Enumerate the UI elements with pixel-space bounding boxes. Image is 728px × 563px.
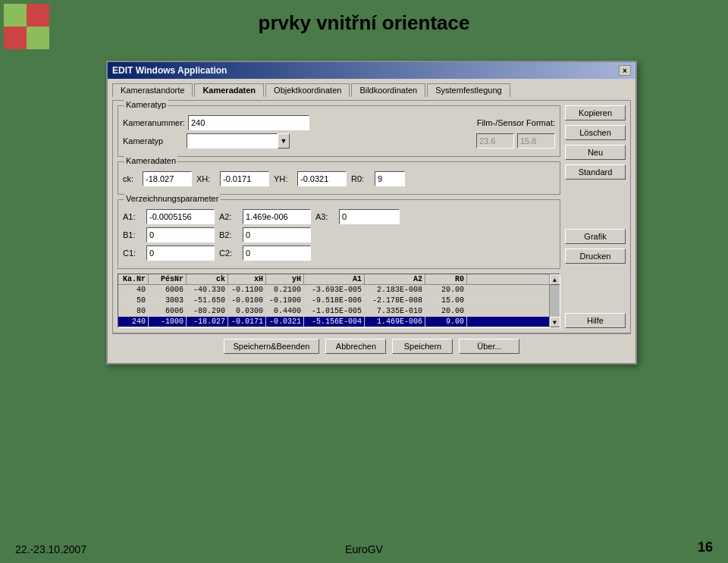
kameradaten-row: ck: XH: YH: R0: <box>123 171 555 186</box>
kameranummer-row: Kameranummer: Film-/Sensor Format: <box>123 115 555 130</box>
vparam-row-3: C1: C2: <box>123 246 555 261</box>
table-header: Ka.Nr PésNr ck xH yH A1 A2 R0 <box>118 274 560 285</box>
tab-bildkoordinaten[interactable]: Bildkoordinaten <box>351 83 425 97</box>
b1-input[interactable] <box>146 227 215 242</box>
cell-a2: 1.469E-006 <box>365 317 425 327</box>
table-row[interactable]: 50 3003 -51.650 -0.0100 -0.1900 -9.518E-… <box>118 296 560 306</box>
b2-input[interactable] <box>243 227 311 242</box>
table-row[interactable]: 80 6006 -80.290 0.0300 0.4400 -1.015E-00… <box>118 306 560 317</box>
vparam-row-1: A1: A2: A3: <box>123 209 555 224</box>
c2-input[interactable] <box>243 246 311 261</box>
cell-kanr: 80 <box>118 306 149 316</box>
kameratyp-dropdown-arrow[interactable]: ▼ <box>278 133 290 149</box>
kameratyp-row: Kameratyp ▼ <box>123 133 555 149</box>
cell-a2: 7.335E-010 <box>365 306 425 316</box>
cell-ck: -51.650 <box>187 296 228 305</box>
speichern-button[interactable]: Speichern <box>392 339 453 354</box>
cell-yh: -0.0321 <box>266 317 304 327</box>
kameratyp-input[interactable] <box>187 133 278 149</box>
c2-label: C2: <box>219 249 238 258</box>
tab-kamerastandorte[interactable]: Kamerastandorte <box>112 83 193 97</box>
r0-input[interactable] <box>375 171 405 186</box>
xh-label: XH: <box>196 174 215 183</box>
vparam-row-2: B1: B2: <box>123 227 555 242</box>
tab-kameradaten[interactable]: Kameradaten <box>194 83 264 97</box>
scrollbar-track[interactable] <box>550 285 560 317</box>
b1-label: B1: <box>123 230 142 239</box>
dialog-body: Kamerastandorte Kameradaten Objektkoordi… <box>108 79 635 363</box>
scrollbar-up-button[interactable]: ▲ <box>550 274 560 285</box>
footer-company: EuroGV <box>345 543 383 555</box>
cell-r0: 20.00 <box>425 285 467 295</box>
cell-xh: -0.0100 <box>228 296 266 305</box>
col-ck: ck <box>187 274 228 284</box>
neu-button[interactable]: Neu <box>565 145 626 160</box>
cell-pesnr: -1000 <box>149 317 187 327</box>
tab-objektkoordinaten[interactable]: Objektkoordinaten <box>265 83 350 97</box>
kameratyp-select-container: ▼ <box>187 133 290 149</box>
kameratyp-group: Kameratyp Kameranummer: Film-/Sensor For… <box>118 105 560 157</box>
scrollbar-placeholder <box>467 274 478 284</box>
cell-xh: 0.0300 <box>228 306 266 316</box>
cell-a1: -1.015E-005 <box>304 306 365 316</box>
a1-label: A1: <box>123 212 142 221</box>
footer-page-number: 16 <box>698 540 713 555</box>
dialog-title: EDIT Windows Application <box>112 65 227 76</box>
b2-label: B2: <box>219 230 238 239</box>
scrollbar-down-button[interactable]: ▼ <box>550 317 560 327</box>
kameranummer-label: Kameranummer: <box>123 118 185 127</box>
yh-label: YH: <box>274 174 293 183</box>
sensor-width-input <box>476 133 514 149</box>
standard-button[interactable]: Standard <box>565 164 626 180</box>
kameranummer-input[interactable] <box>188 115 309 130</box>
kameratyp-group-label: Kameratyp <box>124 100 168 109</box>
cell-yh: 0.4400 <box>266 306 304 316</box>
ueber-button[interactable]: Über... <box>459 339 519 354</box>
cell-yh: -0.1900 <box>266 296 304 305</box>
loeschen-button[interactable]: Löschen <box>565 125 626 140</box>
dialog-close-button[interactable]: × <box>619 65 631 76</box>
spacer <box>565 184 626 224</box>
speichern-beenden-button[interactable]: Speichern&Beenden <box>224 339 320 354</box>
hilfe-button[interactable]: Hilfe <box>565 313 626 328</box>
cell-kanr: 40 <box>118 285 149 295</box>
abbrechen-button[interactable]: Abbrechen <box>325 339 386 354</box>
c1-label: C1: <box>123 249 142 258</box>
table-row-selected[interactable]: 240 -1000 -18.027 -0.0171 -0.0321 -5.156… <box>118 317 560 327</box>
col-a1: A1 <box>304 274 365 284</box>
c1-input[interactable] <box>146 246 215 261</box>
data-table: Ka.Nr PésNr ck xH yH A1 A2 R0 40 <box>118 274 560 328</box>
ck-input[interactable] <box>143 171 192 186</box>
col-yh: yH <box>266 274 304 284</box>
sensor-height-input <box>517 133 555 149</box>
cell-pesnr: 3003 <box>149 296 187 305</box>
yh-input[interactable] <box>297 171 347 186</box>
cell-r0: 9.00 <box>425 317 467 327</box>
a2-input[interactable] <box>243 209 311 224</box>
table-row[interactable]: 40 6006 -40.330 -0.1100 0.2100 -3.693E-0… <box>118 285 560 296</box>
cell-ck: -18.027 <box>187 317 228 327</box>
table-scrollbar[interactable]: ▲ ▼ <box>549 274 560 327</box>
kopieren-button[interactable]: Kopieren <box>565 105 626 120</box>
tab-bar: Kamerastandorte Kameradaten Objektkoordi… <box>112 83 631 97</box>
a3-input[interactable] <box>339 209 400 224</box>
cell-a1: -3.693E-005 <box>304 285 365 295</box>
xh-input[interactable] <box>220 171 269 186</box>
right-panel: Kopieren Löschen Neu Standard Grafik Dru… <box>565 105 626 328</box>
spacer2 <box>565 268 626 308</box>
tab-systemfestlegung[interactable]: Systemfestlegung <box>427 83 510 97</box>
cell-a2: -2.178E-008 <box>365 296 425 305</box>
table-body[interactable]: 40 6006 -40.330 -0.1100 0.2100 -3.693E-0… <box>118 285 560 327</box>
cell-a2: 2.183E-008 <box>365 285 425 295</box>
drucken-button[interactable]: Drucken <box>565 249 626 264</box>
a1-input[interactable] <box>146 209 215 224</box>
col-xh: xH <box>228 274 266 284</box>
grafik-button[interactable]: Grafik <box>565 229 626 244</box>
top-decoration <box>0 0 76 45</box>
cell-a1: -9.518E-006 <box>304 296 365 305</box>
kameradaten-group: Kameradaten ck: XH: YH: R0: <box>118 161 560 195</box>
left-panel: Kameratyp Kameranummer: Film-/Sensor For… <box>118 105 560 328</box>
content-area: Kameratyp Kameranummer: Film-/Sensor For… <box>112 100 631 333</box>
cell-yh: 0.2100 <box>266 285 304 295</box>
kameradaten-group-label: Kameradaten <box>124 156 177 165</box>
